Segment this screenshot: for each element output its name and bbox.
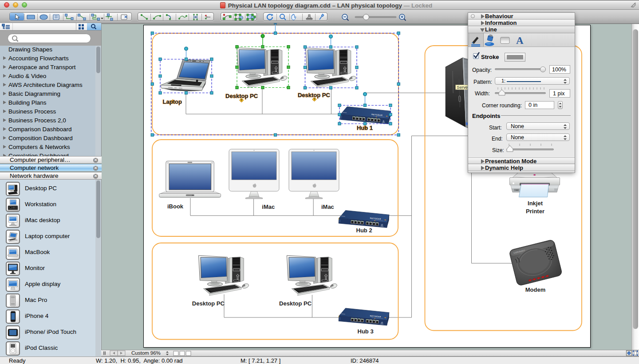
svg-text:T: T xyxy=(314,98,316,101)
svg-text:Inkjet: Inkjet xyxy=(528,200,543,207)
svg-text:Desktop PC: Desktop PC xyxy=(192,300,225,307)
svg-text:Laptop: Laptop xyxy=(163,98,182,105)
svg-text:Desktop PC: Desktop PC xyxy=(279,300,312,307)
svg-text:Printer: Printer xyxy=(526,208,544,215)
svg-text:A: A xyxy=(516,35,524,46)
svg-text:Desktop PC: Desktop PC xyxy=(225,93,258,99)
svg-text:Desktop PC: Desktop PC xyxy=(298,92,331,98)
svg-text:iBook: iBook xyxy=(167,203,184,210)
svg-text:Modem: Modem xyxy=(525,286,546,293)
svg-text:iMac: iMac xyxy=(262,204,275,210)
svg-text:Hub 3: Hub 3 xyxy=(358,328,374,335)
svg-text:T: T xyxy=(241,99,242,102)
svg-text:Hub 2: Hub 2 xyxy=(356,227,372,234)
svg-text:Server: Server xyxy=(457,85,469,90)
svg-text:Hub 1: Hub 1 xyxy=(357,125,373,131)
svg-text:iMac: iMac xyxy=(321,204,334,210)
